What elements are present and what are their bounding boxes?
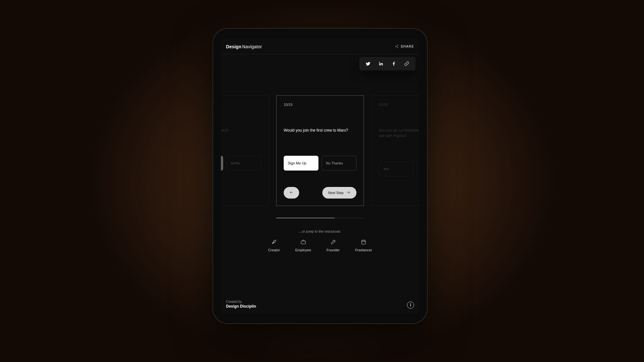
svg-point-9 xyxy=(334,241,334,242)
created-by-label: Created by xyxy=(226,300,256,303)
option-button[interactable]: No xyxy=(417,162,419,176)
question-card-prev: 9/15 only one of them, you'd Netflix xyxy=(221,95,269,206)
app-header: DesignNavigator SHARE xyxy=(221,39,419,54)
jump-label: ...or jump to the resources: xyxy=(221,229,419,233)
svg-line-3 xyxy=(396,45,397,46)
question-card-next: 11/15 Are you as comfortable with ____ a… xyxy=(372,95,419,206)
briefcase-icon xyxy=(300,239,306,246)
question-text: only one of them, you'd xyxy=(221,128,261,133)
logo-normal: Navigator xyxy=(242,44,262,49)
svg-point-1 xyxy=(397,45,398,45)
share-icon xyxy=(395,44,399,49)
app-screen: DesignNavigator SHARE 9/15 only one of t… xyxy=(221,39,419,313)
progress-fill xyxy=(276,218,335,218)
option-button[interactable]: Yes xyxy=(379,162,414,176)
option-button-sign-me-up[interactable]: Sign Me Up xyxy=(284,156,318,171)
tablet-device: DesignNavigator SHARE 9/15 only one of t… xyxy=(213,28,428,324)
share-button[interactable]: SHARE xyxy=(395,44,414,49)
facebook-icon[interactable] xyxy=(391,61,397,67)
author-name: Design Disciplin xyxy=(226,304,256,309)
option-button[interactable]: Netflix xyxy=(226,156,261,171)
linkedin-icon[interactable] xyxy=(378,61,384,67)
app-logo[interactable]: DesignNavigator xyxy=(226,44,262,49)
step-counter: 9/15 xyxy=(221,103,261,107)
arrow-right-icon xyxy=(346,190,351,195)
question-text: Would you join the first crew to Mars? xyxy=(284,128,356,133)
resource-freelancer[interactable]: Freelancer xyxy=(355,239,372,252)
svg-point-14 xyxy=(410,303,411,304)
resource-label: Employee xyxy=(295,248,311,252)
credit-block[interactable]: Created by Design Disciplin xyxy=(226,300,256,309)
step-counter: 10/15 xyxy=(284,103,356,107)
info-button[interactable] xyxy=(407,302,414,309)
share-popover xyxy=(359,57,415,70)
resource-employee[interactable]: Employee xyxy=(295,239,311,252)
progress-bar xyxy=(276,218,364,218)
resource-label: Founder xyxy=(327,248,340,252)
option-button-no-thanks[interactable]: No Thanks xyxy=(322,156,356,171)
feather-icon xyxy=(271,239,277,246)
next-step-label: Next Step xyxy=(328,191,344,195)
jump-section: ...or jump to the resources: Creator Emp… xyxy=(221,229,419,252)
rocket-icon xyxy=(330,239,336,246)
resource-founder[interactable]: Founder xyxy=(327,239,340,252)
app-footer: Created by Design Disciplin xyxy=(221,295,419,313)
question-text: Are you as comfortable with ____ as you … xyxy=(379,128,419,139)
resource-label: Freelancer xyxy=(355,248,372,252)
info-icon xyxy=(409,302,412,308)
svg-rect-8 xyxy=(301,241,306,244)
question-card-current: 10/15 Would you join the first crew to M… xyxy=(276,95,364,206)
svg-line-4 xyxy=(396,46,397,47)
next-step-button[interactable]: Next Step xyxy=(322,187,356,199)
option-button[interactable] xyxy=(221,156,223,171)
svg-point-2 xyxy=(397,47,398,48)
copy-link-icon[interactable] xyxy=(404,61,410,67)
resource-label: Creator xyxy=(268,248,280,252)
logo-bold: Design xyxy=(226,44,242,49)
share-label: SHARE xyxy=(401,45,414,48)
calendar-icon xyxy=(361,239,366,246)
twitter-icon[interactable] xyxy=(365,61,371,67)
svg-rect-15 xyxy=(410,304,411,306)
svg-rect-10 xyxy=(362,240,365,244)
step-counter: 11/15 xyxy=(379,103,419,107)
resource-creator[interactable]: Creator xyxy=(268,239,280,252)
prev-step-button[interactable] xyxy=(284,187,299,199)
arrow-left-icon xyxy=(289,190,294,195)
svg-point-0 xyxy=(395,46,396,46)
